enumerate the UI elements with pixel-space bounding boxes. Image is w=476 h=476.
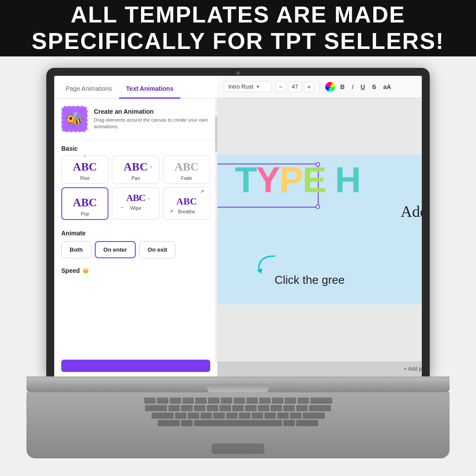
canvas-slide[interactable]: T Y P E H Add a subh ↻ xyxy=(217,155,422,305)
animation-card-pan[interactable]: → ABC Pan xyxy=(112,156,159,184)
svg-marker-0 xyxy=(257,268,262,274)
canvas-viewport: T Y P E H Add a subh ↻ xyxy=(217,98,422,361)
tab-text-label: Text Animations xyxy=(126,85,173,92)
breathe-abc: ABC xyxy=(176,196,197,207)
banner-text: ALL TEMPLATES ARE MADE SPECIFICALLY FOR … xyxy=(32,2,444,55)
key xyxy=(201,413,212,419)
pan-abc: ABC xyxy=(124,160,148,173)
key xyxy=(181,405,193,411)
animate-btn-on-exit[interactable]: On exit xyxy=(139,241,175,258)
bee-icon: 🐝 xyxy=(61,106,88,132)
key xyxy=(157,398,168,404)
key xyxy=(181,420,193,426)
letter-h: H xyxy=(335,159,360,201)
create-animation-section: 🐝 Create an Animation Drag elements arou… xyxy=(54,99,217,140)
rise-arrow: ↑ xyxy=(84,153,86,159)
add-page-bar: + Add page xyxy=(217,361,422,376)
letter-t: T xyxy=(235,159,256,201)
key xyxy=(194,405,205,411)
key xyxy=(232,405,244,411)
font-size-decrease[interactable]: − xyxy=(275,82,286,92)
key xyxy=(298,398,309,404)
key xyxy=(246,398,258,404)
case-button[interactable]: aA xyxy=(381,82,393,91)
key-wide xyxy=(152,413,174,419)
key xyxy=(207,405,218,411)
panel-tabs: Page Animations Text Animations xyxy=(54,76,217,99)
wipe-arrow-bl: ← xyxy=(120,205,125,210)
breathe-arrow-bl: ↙ xyxy=(170,208,174,213)
font-size-increase[interactable]: + xyxy=(304,82,314,92)
crown-icon: 👑 xyxy=(82,268,89,274)
animation-grid: ↑ ABC Rise → ABC Pan xyxy=(54,156,217,225)
fade-label: Fade xyxy=(181,175,192,181)
key xyxy=(272,398,283,404)
key-shift-right xyxy=(296,420,318,426)
rise-abc: ABC xyxy=(73,160,97,173)
tab-page-label: Page Animations xyxy=(66,85,112,92)
main-content: Page Animations Text Animations 🐝 Create… xyxy=(0,56,476,476)
toolbar-divider-1 xyxy=(320,82,320,92)
trackpad[interactable] xyxy=(212,443,264,454)
animation-card-fade[interactable]: ABC Fade xyxy=(163,156,210,184)
breathe-arrow-tr: ↗ xyxy=(200,189,204,194)
fade-abc: ABC xyxy=(175,160,199,173)
font-selector[interactable]: Intro Rust ▼ xyxy=(223,81,272,92)
animation-card-wipe[interactable]: → ABC ← Wipe xyxy=(112,187,159,220)
canvas-area: Intro Rust ▼ − 47 + B I U S xyxy=(217,76,422,376)
key xyxy=(234,398,245,404)
animation-panel: Page Animations Text Animations 🐝 Create… xyxy=(54,76,217,376)
text-color-picker[interactable] xyxy=(325,82,335,92)
font-name: Intro Rust xyxy=(228,83,253,90)
key-wide xyxy=(310,398,332,404)
font-dropdown-chevron: ▼ xyxy=(256,84,260,89)
font-size-value: 47 xyxy=(288,82,302,92)
key xyxy=(168,405,180,411)
section-basic-label: Basic xyxy=(54,140,217,156)
tab-page-animations[interactable]: Page Animations xyxy=(59,80,119,99)
key xyxy=(283,420,295,426)
click-text: Click the gree xyxy=(275,273,345,287)
create-animation-text: Create an Animation Drag elements around… xyxy=(94,108,210,130)
laptop-wrapper: Page Animations Text Animations 🐝 Create… xyxy=(29,68,447,465)
animation-card-breathe[interactable]: ↗ ABC ↙ Breathe xyxy=(163,187,210,220)
animation-card-rise[interactable]: ↑ ABC Rise xyxy=(61,156,108,184)
key xyxy=(245,405,257,411)
underline-button[interactable]: U xyxy=(359,82,367,91)
canvas-toolbar: Intro Rust ▼ − 47 + B I U S xyxy=(217,76,422,98)
wipe-arrow: → xyxy=(146,196,151,201)
animate-buttons: Both On enter On exit xyxy=(61,241,210,258)
strikethrough-button[interactable]: S xyxy=(370,82,378,91)
key xyxy=(182,398,194,404)
subheading-text: Add a subh ↻ xyxy=(401,202,422,221)
top-banner: ALL TEMPLATES ARE MADE SPECIFICALLY FOR … xyxy=(0,0,476,56)
pop-label: Pop xyxy=(81,211,89,216)
animate-btn-on-enter[interactable]: On enter xyxy=(95,241,136,258)
key xyxy=(188,413,199,419)
speed-section: Speed 👑 xyxy=(54,263,217,279)
wipe-abc: ABC xyxy=(126,192,145,203)
keyboard-row-3 xyxy=(44,413,432,419)
italic-button[interactable]: I xyxy=(350,82,355,91)
key xyxy=(258,405,269,411)
keyboard-row-spacebar xyxy=(44,420,432,426)
tab-text-animations[interactable]: Text Animations xyxy=(119,80,180,99)
key-wide xyxy=(309,405,331,411)
add-page-button[interactable]: + Add page xyxy=(404,366,422,372)
key xyxy=(290,413,301,419)
key xyxy=(264,413,276,419)
key xyxy=(239,413,250,419)
key-spacebar xyxy=(194,420,282,426)
key xyxy=(195,398,207,404)
key-wide xyxy=(303,413,325,419)
key xyxy=(219,405,231,411)
key xyxy=(213,413,225,419)
bold-button[interactable]: B xyxy=(338,82,346,91)
animate-btn-both[interactable]: Both xyxy=(61,241,91,258)
animation-card-pop[interactable]: ∿∿∿ ABC ∿∿∿ Pop xyxy=(61,187,108,220)
animate-section: Animate Both On enter On exit xyxy=(54,225,217,263)
key xyxy=(144,398,156,404)
key xyxy=(285,398,296,404)
handle-br[interactable] xyxy=(316,205,320,209)
create-animation-title: Create an Animation xyxy=(94,108,210,115)
